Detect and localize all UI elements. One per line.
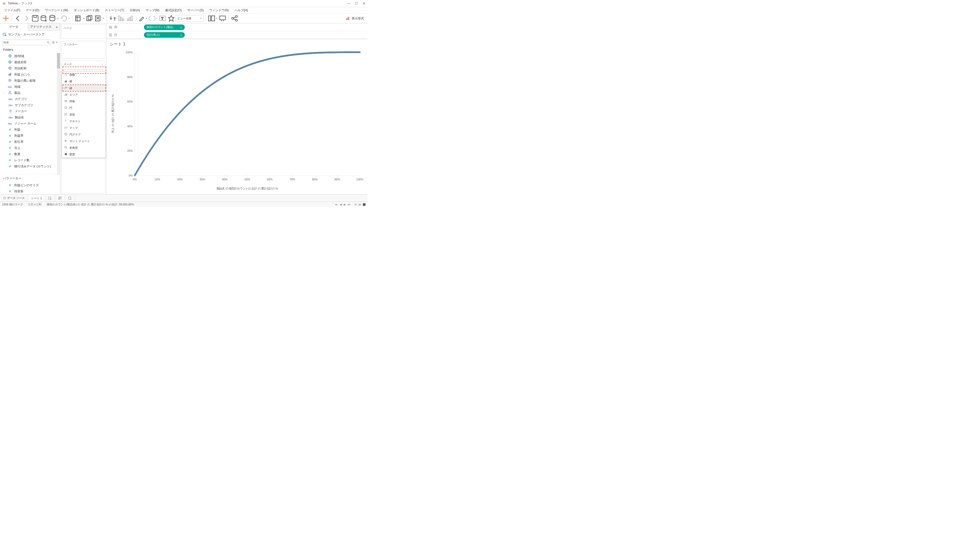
field-item[interactable]: Abc地域 xyxy=(0,84,60,90)
menu-dashboard[interactable]: ダッシュボード(B) xyxy=(71,8,102,13)
field-item[interactable]: #レコード数 xyxy=(0,157,60,163)
nav-controls[interactable]: ⏮◀▶⏭ ⊞▤ xyxy=(335,203,366,206)
field-item[interactable]: Abcサブカテゴリ xyxy=(0,102,60,108)
field-item[interactable]: #数量 xyxy=(0,151,60,157)
mark-option[interactable]: 四角 xyxy=(62,98,105,105)
mark-option[interactable]: 線 xyxy=(62,85,105,91)
view-list-icon[interactable]: ⊞ xyxy=(52,41,55,44)
mark-option[interactable]: 自動 xyxy=(62,71,105,78)
datasource-item[interactable]: サンプル - スーパーストア xyxy=(0,30,60,38)
tableau-icon[interactable] xyxy=(2,14,10,22)
field-item[interactable]: #利益 xyxy=(0,127,60,133)
refresh-button[interactable]: ▼ xyxy=(60,14,70,22)
menu-story[interactable]: ストーリー(T) xyxy=(102,8,127,13)
show-me-button[interactable]: 表示形式 xyxy=(346,16,366,21)
mark-option[interactable]: 形状 xyxy=(62,111,105,118)
view-fit-select[interactable]: ビュー全体 ▼ xyxy=(176,15,204,22)
columns-shelf[interactable]: 列 個別のカウント(製品.. △ xyxy=(107,24,368,31)
mark-option[interactable]: 多角形 xyxy=(62,144,105,151)
menu-server[interactable]: サーバー(S) xyxy=(185,8,206,13)
sheet-title[interactable]: シート 1 xyxy=(107,39,368,49)
svg-point-68 xyxy=(65,73,65,74)
mark-option[interactable]: マップ xyxy=(62,124,105,131)
field-item[interactable]: #移行済みデータ (カウント) xyxy=(0,163,60,169)
field-label: 国/領域 xyxy=(14,54,24,59)
close-button[interactable]: ✕ xyxy=(363,2,366,5)
new-worksheet-button[interactable]: ▼ xyxy=(75,14,85,22)
field-item[interactable]: メーカー xyxy=(0,108,60,114)
field-label: 市区町村 xyxy=(14,66,27,71)
param-item[interactable]: #利益ビンのサイズ xyxy=(0,182,60,188)
minimize-button[interactable]: — xyxy=(347,2,350,5)
filters-title: フィルター xyxy=(62,41,105,48)
rows-shelf[interactable]: 行 合計(売上) △ xyxy=(107,31,368,39)
pages-card[interactable]: ページ xyxy=(61,24,105,39)
group-button[interactable]: ▼ xyxy=(148,14,158,22)
presentation-button[interactable] xyxy=(219,14,226,22)
mark-option[interactable]: 棒 xyxy=(62,78,105,85)
back-button[interactable] xyxy=(14,14,22,22)
svg-rect-6 xyxy=(32,16,38,21)
mark-option[interactable]: 円 xyxy=(62,105,105,111)
svg-point-1135 xyxy=(3,197,6,198)
tab-analytics[interactable]: アナリティクス ◆ xyxy=(28,24,60,30)
sort-asc-button[interactable] xyxy=(118,14,125,22)
svg-rect-20 xyxy=(119,16,120,21)
field-item[interactable]: #売上 xyxy=(0,145,60,151)
mark-option-label: テキスト xyxy=(69,119,81,123)
filter-dropdown-icon[interactable]: ▼ xyxy=(56,41,58,44)
menu-worksheet[interactable]: ワークシート(W) xyxy=(42,8,71,13)
menu-help[interactable]: ヘルプ(H) xyxy=(232,8,251,13)
mark-option[interactable]: ガント チャート xyxy=(62,138,105,144)
share-button[interactable] xyxy=(231,14,239,22)
search-input[interactable] xyxy=(2,40,51,45)
menu-window[interactable]: ウィンドウ(N) xyxy=(207,8,231,13)
show-cards-button[interactable]: ▼ xyxy=(207,14,218,22)
new-story-tab[interactable] xyxy=(65,195,75,202)
menu-analysis[interactable]: 分析(A) xyxy=(127,8,143,13)
field-item[interactable]: 市区町村 xyxy=(0,65,60,71)
field-item[interactable]: #割引率 xyxy=(0,139,60,145)
maximize-button[interactable]: ☐ xyxy=(355,2,358,5)
new-dashboard-tab[interactable] xyxy=(55,195,65,202)
filters-card[interactable]: フィルター xyxy=(61,41,105,59)
pin-button[interactable] xyxy=(167,14,175,22)
field-item[interactable]: 都道府県 xyxy=(0,59,60,65)
swap-button[interactable] xyxy=(109,14,117,22)
label-button[interactable]: T xyxy=(159,14,166,22)
new-datasource-button[interactable] xyxy=(40,14,48,22)
field-item[interactable]: Abcメジャー ネーム xyxy=(0,121,60,127)
mark-option[interactable]: Tテキスト xyxy=(62,118,105,124)
save-button[interactable] xyxy=(32,14,39,22)
mark-option[interactable]: 円グラフ xyxy=(62,131,105,138)
field-item[interactable]: ⌵製品 xyxy=(0,90,60,96)
columns-pill[interactable]: 個別のカウント(製品.. △ xyxy=(144,24,185,30)
field-item[interactable]: Abcカテゴリ xyxy=(0,96,60,102)
tab-data[interactable]: データ xyxy=(0,24,28,30)
menu-data[interactable]: データ(D) xyxy=(23,8,42,13)
autoupdate-button[interactable]: ▼ xyxy=(49,14,59,22)
field-item[interactable]: 国/領域 xyxy=(0,53,60,59)
clear-button[interactable]: ▼ xyxy=(94,14,105,22)
rows-pill[interactable]: 合計(売上) △ xyxy=(144,32,185,38)
menu-format[interactable]: 書式設定(O) xyxy=(162,8,184,13)
sort-desc-button[interactable] xyxy=(126,14,134,22)
marks-card: マーク ▽ 自動 ▼ 自動棒線エリア四角円形状Tテキストマップ円グラフガント チ… xyxy=(61,61,105,193)
field-item[interactable]: Abc製品名 xyxy=(0,114,60,121)
fields-scrollbar[interactable] xyxy=(57,53,60,175)
tab-sheet1[interactable]: シート 1 xyxy=(28,195,45,202)
tab-datasource[interactable]: データ ソース xyxy=(0,195,28,202)
highlight-button[interactable]: ▼ xyxy=(138,14,148,22)
field-item[interactable]: 利益の高い顧客 xyxy=(0,78,60,84)
mark-option[interactable]: エリア xyxy=(62,91,105,98)
field-item[interactable]: 利益 (ビン) xyxy=(0,71,60,78)
forward-button[interactable] xyxy=(23,14,30,22)
menu-map[interactable]: マップ(M) xyxy=(143,8,162,13)
new-worksheet-tab[interactable] xyxy=(45,195,55,202)
field-item[interactable]: #利益率 xyxy=(0,133,60,139)
chart[interactable]: 0%20%40%60%80%100%0%10%20%30%40%50%60%70… xyxy=(109,49,365,192)
param-item[interactable]: #得意客 xyxy=(0,188,60,194)
menu-file[interactable]: ファイル(F) xyxy=(2,8,23,13)
duplicate-button[interactable] xyxy=(86,14,94,22)
mark-option[interactable]: 密度 xyxy=(62,151,105,158)
